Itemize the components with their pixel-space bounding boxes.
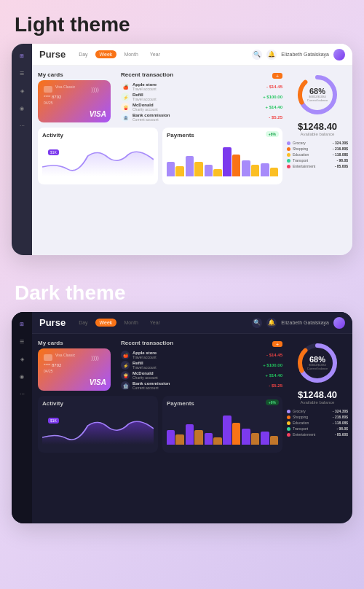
dark-nav-year[interactable]: Year [146, 319, 165, 327]
spending-item: Transport - 98.0$ [287, 158, 348, 163]
sidebar-icon-more[interactable]: ⋯ [17, 121, 27, 131]
spending-dot [287, 433, 290, 437]
dark-username: Elizabeth Gatalskaya [281, 320, 329, 325]
balance-label-light: Available balance [301, 132, 335, 136]
dark-t-sub-apple: Travel account [132, 355, 264, 359]
dark-card-number: **** 8702 [44, 363, 105, 367]
spending-dot [287, 427, 290, 431]
dark-t-sub-bank: Current account [132, 386, 266, 390]
spending-dot [287, 147, 290, 151]
dark-dashboard-wrapper: ⊞ ☰ ◈ ◉ ⋯ Purse Day Week Month Year 🔍 🔔 [12, 312, 352, 523]
recent-transactions-light: Recent transaction + 🍎 Apple store Trave… [121, 71, 282, 123]
dark-activity-svg [42, 410, 154, 445]
dark-recent-transactions: Recent transaction + 🍎 Apple store Trave… [121, 340, 282, 391]
nav-day[interactable]: Day [74, 50, 92, 58]
nav-week-active[interactable]: Week [95, 50, 117, 58]
dark-main: Purse Day Week Month Year 🔍 🔔 Elizabeth … [32, 312, 352, 523]
dark-logo: Purse [39, 317, 66, 328]
dark-payments-title: Payments [167, 400, 278, 407]
credit-card-light[interactable]: )))) Visa Classic **** 8702 04/25 VISA [38, 80, 111, 122]
spending-list-dark: Grocery - 324.30$ Shopping - 216.80$ Edu… [287, 409, 348, 438]
dark-bell-icon[interactable]: 🔔 [266, 318, 277, 328]
t-sub-bank-light: Current account [132, 117, 266, 122]
t-amount-bank-light: - $5.25 [269, 115, 282, 120]
dark-card-chip [44, 354, 52, 361]
dark-card-label: Visa Classic [55, 353, 75, 357]
spending-value: - 216.80$ [333, 415, 348, 419]
spending-value: - 324.30$ [333, 141, 348, 145]
balance-label-dark: Available balance [301, 400, 335, 405]
dark-t-info-bank: Bank commission Current account [132, 381, 266, 390]
activity-badge-light: $1K [48, 149, 59, 155]
dark-transaction-bank: 🏦 Bank commission Current account - $5.2… [121, 381, 282, 390]
spending-value: - 324.30$ [333, 409, 348, 413]
light-dashboard-wrapper: ⊞ ☰ ◈ ◉ ⋯ Purse Day Week Month Year 🔍 [12, 44, 352, 255]
activity-chart-light: Activity $1K [38, 128, 158, 184]
dark-sidebar-icon-more[interactable]: ⋯ [17, 389, 27, 399]
dark-recent-label: Recent transaction [121, 340, 173, 346]
search-icon[interactable]: 🔍 [252, 50, 262, 60]
dark-nav-week[interactable]: Week [95, 319, 117, 327]
donut-sub2-light: Current balance [307, 99, 328, 103]
dark-activity-chart: Activity $1K [38, 396, 158, 453]
my-cards-section: My cards )))) Visa Classic **** 8702 04/… [38, 71, 111, 123]
light-sidebar: ⊞ ☰ ◈ ◉ ⋯ [12, 44, 32, 255]
dark-sidebar-icon-menu[interactable]: ☰ [17, 337, 27, 347]
donut-center-light: 68% $6832/$1084 Current balance [307, 87, 328, 103]
dark-sidebar-icon-card[interactable]: ◈ [17, 354, 27, 364]
dark-search-icon[interactable]: 🔍 [252, 318, 262, 328]
sidebar-icon-home[interactable]: ⊞ [17, 51, 27, 61]
dark-activity-badge: $1K [48, 418, 59, 424]
dark-payments-badge: +6% [266, 399, 279, 405]
bell-icon[interactable]: 🔔 [266, 50, 277, 60]
spending-dot [287, 159, 290, 163]
bar-g5 [242, 160, 259, 176]
dark-bar-g3 [205, 433, 222, 445]
dark-sidebar-icon-home[interactable]: ⊞ [17, 319, 27, 329]
dark-nav-month[interactable]: Month [119, 319, 142, 327]
card-chip-light [44, 86, 52, 93]
light-left-col: My cards )))) Visa Classic **** 8702 04/… [32, 66, 287, 255]
t-sub-mcd-light: Charity account [132, 107, 262, 112]
spending-name: Entertainment [293, 164, 335, 168]
dark-t-amount-bank: - $5.25 [269, 383, 282, 388]
dark-sidebar-icon-chart[interactable]: ◉ [17, 372, 27, 382]
balance-amount-light: $1248.40 [298, 121, 337, 132]
card-expiry-light: 04/25 [44, 101, 105, 105]
dark-left-col: My cards )))) Visa Classic **** 8702 04/… [32, 334, 287, 523]
dark-t-sub-mcd: Charity account [132, 375, 262, 380]
sidebar-icon-menu[interactable]: ☰ [17, 69, 27, 79]
sidebar-icon-chart[interactable]: ◉ [17, 104, 27, 114]
dark-activity-title: Activity [42, 400, 154, 407]
spending-item: Entertainment - 85.60$ [287, 164, 348, 168]
payments-chart-light: Payments +6% [162, 128, 282, 184]
spending-dot [287, 165, 290, 168]
dark-add-transaction[interactable]: + [272, 341, 282, 347]
dark-cards-recent-row: My cards )))) Visa Classic **** 8702 04/… [38, 340, 282, 391]
dark-avatar [333, 317, 345, 329]
t-icon-refill-light: ⚡ [121, 93, 130, 101]
spending-item: Transport - 98.0$ [287, 426, 348, 431]
dark-nav-day[interactable]: Day [74, 319, 92, 327]
nav-month[interactable]: Month [119, 50, 142, 58]
dark-bar-g4 [223, 416, 240, 445]
spending-dot [287, 141, 290, 145]
spending-list-light: Grocery - 324.30$ Shopping - 216.80$ Edu… [287, 141, 348, 170]
dark-t-icon-refill: ⚡ [121, 361, 130, 370]
light-dashboard: ⊞ ☰ ◈ ◉ ⋯ Purse Day Week Month Year 🔍 [12, 44, 352, 255]
spending-name: Grocery [293, 409, 333, 413]
credit-card-dark[interactable]: )))) Visa Classic **** 8702 04/25 VISA [38, 348, 111, 391]
sidebar-icon-card[interactable]: ◈ [17, 86, 27, 96]
dark-nav: Day Week Month Year [74, 319, 165, 327]
card-wifi-light: )))) [91, 86, 99, 93]
dark-topbar-icons: 🔍 🔔 Elizabeth Gatalskaya [252, 317, 345, 329]
add-transaction-light[interactable]: + [272, 73, 282, 79]
t-icon-mcd-light: 🍟 [121, 103, 130, 112]
nav-year[interactable]: Year [146, 50, 165, 58]
light-topbar-icons: 🔍 🔔 Elizabeth Gatalskaya [252, 49, 345, 61]
charts-row-light: Activity $1K [38, 128, 282, 184]
dark-t-icon-bank: 🏦 [121, 381, 130, 390]
spending-name: Grocery [293, 141, 333, 145]
card-number-light: **** 8702 [44, 95, 105, 99]
spending-value: - 85.60$ [335, 164, 348, 168]
